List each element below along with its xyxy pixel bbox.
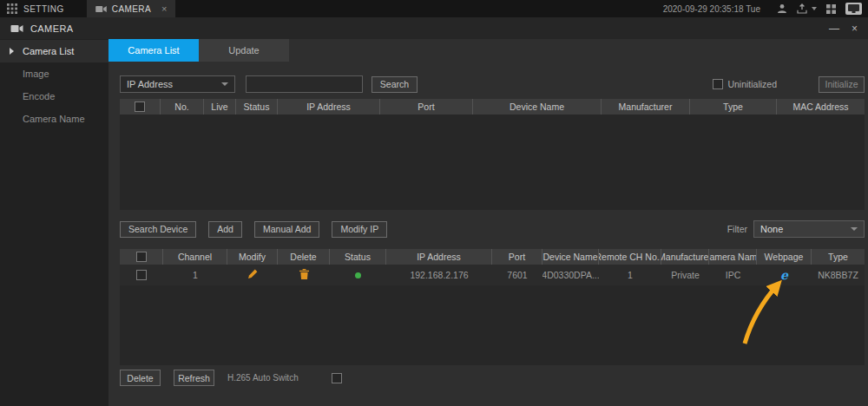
- column-header: Status: [236, 99, 278, 115]
- filter-dropdown[interactable]: None: [753, 220, 865, 238]
- tab-camera-list[interactable]: Camera List: [108, 39, 199, 62]
- row-checkbox-cell: [120, 270, 163, 280]
- column-header: Device Name: [542, 249, 599, 265]
- column-header: Webpage: [757, 249, 812, 265]
- window-controls: — ×: [829, 23, 858, 34]
- column-header: IP Address: [278, 99, 380, 115]
- sidebar-item-label: Camera List: [23, 46, 74, 56]
- delete-cell: [278, 269, 330, 281]
- column-header: Status: [330, 249, 386, 265]
- topbar-right: 2020-09-29 20:35:18 Tue: [663, 0, 868, 17]
- sidebar: Camera List Image Encode Camera Name: [0, 39, 108, 406]
- footer-row: Delete Refresh H.265 Auto Switch: [120, 370, 865, 386]
- select-all-checkbox[interactable]: [135, 102, 145, 112]
- edit-pencil-icon[interactable]: [247, 269, 258, 281]
- column-header: Delete: [278, 249, 330, 265]
- camera-list-panel: IP Address Search Uninitialized Initiali…: [108, 62, 868, 386]
- filter-value: None: [760, 224, 783, 234]
- camera-title-icon: [10, 24, 23, 33]
- row-checkbox[interactable]: [136, 270, 147, 280]
- camera-name-cell: IPC: [709, 270, 757, 280]
- added-devices-body: 1 192.168.2.176 7: [120, 265, 865, 365]
- h265-auto-switch-checkbox[interactable]: [332, 373, 342, 383]
- initialize-button[interactable]: Initialize: [819, 76, 865, 93]
- column-header: Device Name: [473, 99, 602, 115]
- ip-address-cell: 192.168.2.176: [386, 270, 492, 280]
- column-header: Manufacturer: [602, 99, 690, 115]
- column-header: Camera Name: [709, 249, 757, 265]
- export-caret-icon[interactable]: [812, 7, 817, 10]
- column-header: Type: [812, 249, 865, 265]
- search-results-header: No. Live Status IP Address Port Device N…: [120, 99, 865, 115]
- column-header: MAC Address: [777, 99, 865, 115]
- live-view-icon[interactable]: [845, 3, 862, 15]
- modify-ip-button[interactable]: Modify IP: [332, 221, 387, 238]
- column-header: Manufacturer: [661, 249, 709, 265]
- header-checkbox-cell: [120, 249, 163, 265]
- webpage-cell: e: [757, 269, 812, 281]
- camera-tab-label: CAMERA: [112, 4, 151, 14]
- tab-close-icon[interactable]: ×: [161, 4, 167, 14]
- setting-menu[interactable]: SETTING: [0, 0, 75, 17]
- sidebar-item-image[interactable]: Image: [0, 62, 108, 85]
- layout-grid-icon[interactable]: [826, 4, 836, 14]
- column-header: No.: [161, 99, 204, 115]
- column-header: Type: [690, 99, 777, 115]
- camera-icon: [95, 5, 107, 13]
- channel-cell: 1: [163, 270, 227, 280]
- tab-update[interactable]: Update: [199, 39, 289, 62]
- page-title: CAMERA: [30, 23, 73, 34]
- table-row: 1 192.168.2.176 7: [120, 265, 865, 285]
- delete-button[interactable]: Delete: [120, 370, 161, 386]
- export-icon[interactable]: [797, 3, 807, 14]
- sidebar-item-camera-name[interactable]: Camera Name: [0, 108, 108, 130]
- uninitialized-label: Uninitialized: [727, 79, 777, 89]
- sidebar-item-label: Encode: [23, 91, 55, 102]
- initialize-group: Uninitialized Initialize: [713, 76, 865, 93]
- webpage-browser-icon[interactable]: e: [780, 269, 788, 281]
- remote-ch-cell: 1: [599, 270, 661, 280]
- chevron-down-icon: [851, 227, 858, 231]
- column-header: Channel: [163, 249, 227, 265]
- column-header: IP Address: [386, 249, 492, 265]
- minimize-icon[interactable]: —: [829, 23, 839, 34]
- device-actions-row: Search Device Add Manual Add Modify IP F…: [120, 220, 865, 238]
- search-results-body-empty: [120, 115, 865, 210]
- search-button[interactable]: Search: [372, 76, 418, 93]
- uninitialized-checkbox[interactable]: [713, 79, 723, 89]
- content-tabs: Camera List Update: [108, 39, 868, 62]
- select-all-checkbox[interactable]: [136, 252, 147, 262]
- status-cell: [330, 272, 386, 278]
- datetime-label: 2020-09-29 20:35:18 Tue: [663, 4, 760, 14]
- apps-grid-icon: [7, 3, 17, 14]
- setting-label: SETTING: [23, 4, 64, 14]
- manual-add-button[interactable]: Manual Add: [254, 221, 319, 238]
- manufacturer-cell: Private: [661, 270, 709, 280]
- search-device-button[interactable]: Search Device: [120, 221, 196, 238]
- search-type-dropdown[interactable]: IP Address: [120, 75, 235, 93]
- column-header: Remote CH No...: [599, 249, 661, 265]
- column-header: Port: [380, 99, 473, 115]
- sidebar-item-encode[interactable]: Encode: [0, 85, 108, 108]
- trash-icon[interactable]: [299, 269, 309, 281]
- main-content: Camera List Update IP Address Search Uni…: [108, 39, 868, 406]
- search-row: IP Address Search Uninitialized Initiali…: [120, 75, 865, 93]
- header-checkbox-cell: [120, 99, 161, 115]
- search-input[interactable]: [246, 75, 363, 93]
- column-header: Modify: [227, 249, 278, 265]
- sidebar-item-camera-list[interactable]: Camera List: [0, 40, 108, 62]
- camera-tab-topbar[interactable]: CAMERA ×: [87, 0, 176, 17]
- filter-label: Filter: [727, 224, 747, 234]
- top-bar: SETTING CAMERA × 2020-09-29 20:35:18 Tue: [0, 0, 868, 17]
- type-cell: NK8BB7Z: [812, 270, 865, 280]
- added-devices-header: Channel Modify Delete Status IP Address …: [120, 249, 865, 265]
- close-icon[interactable]: ×: [852, 23, 858, 34]
- refresh-button[interactable]: Refresh: [174, 370, 214, 386]
- active-arrow-icon: [10, 48, 14, 55]
- modify-cell: [227, 269, 278, 281]
- user-icon[interactable]: [777, 3, 787, 14]
- sidebar-item-label: Camera Name: [23, 114, 85, 124]
- column-header: Live: [204, 99, 236, 115]
- search-type-value: IP Address: [127, 79, 173, 89]
- add-button[interactable]: Add: [208, 221, 242, 238]
